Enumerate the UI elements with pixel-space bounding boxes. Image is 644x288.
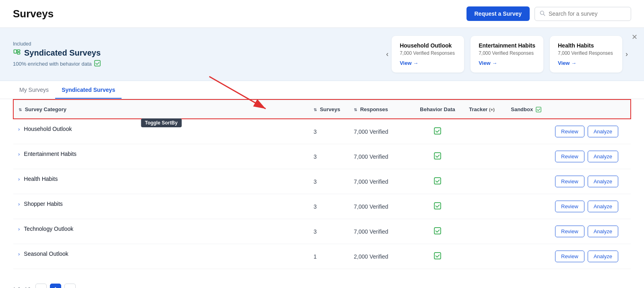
col-tracker: Tracker (+)	[462, 99, 502, 119]
sort-icon-category: ⇅	[19, 108, 22, 112]
row-responses-3: 7,000 Verified	[349, 194, 413, 219]
expand-icon-0[interactable]: ›	[18, 126, 20, 132]
banner-card-view-2[interactable]: View →	[558, 60, 614, 66]
table-row: › Seasonal Outlook 1 2,000 Verified Revi…	[13, 244, 631, 269]
row-name-2: Health Habits	[24, 176, 58, 182]
review-button-5[interactable]: Review	[555, 251, 584, 262]
banner-card-view-1[interactable]: View →	[479, 60, 535, 66]
banner-card-title-2: Health Habits	[558, 42, 614, 49]
banner-left: Included Syndicated Surveys 100% enriche…	[13, 41, 142, 68]
banner-card-responses-2: 7,000 Verified Responses	[558, 50, 614, 56]
row-actions-1: Review Analyze	[550, 144, 631, 169]
sort-tooltip: Toggle SortBy	[141, 118, 182, 127]
row-responses-1: 7,000 Verified	[349, 144, 413, 169]
banner-close-button[interactable]: ✕	[632, 33, 638, 41]
row-sandbox-2	[502, 169, 550, 194]
row-tracker-3	[462, 194, 502, 219]
analyze-button-4[interactable]: Analyze	[588, 226, 618, 237]
review-button-0[interactable]: Review	[555, 126, 584, 137]
banner-included-label: Included	[13, 41, 142, 47]
tabs-row: My Surveys Syndicated Surveys	[0, 81, 644, 99]
expand-icon-1[interactable]: ›	[18, 151, 20, 157]
col-sandbox: Sandbox	[502, 99, 550, 119]
tracker-wave-icon: (+)	[489, 107, 495, 112]
row-sandbox-1	[502, 144, 550, 169]
pagination-prev-button[interactable]: ‹	[35, 284, 47, 288]
expand-icon-3[interactable]: ›	[18, 201, 20, 207]
banner-card-view-0[interactable]: View →	[400, 60, 456, 66]
review-button-1[interactable]: Review	[555, 151, 584, 162]
col-behavior-data: Behavior Data	[413, 99, 462, 119]
row-tracker-4	[462, 219, 502, 244]
row-tracker-5	[462, 244, 502, 269]
table-area: ⇅ Survey Category Toggle SortBy ⇅ Survey…	[0, 99, 644, 277]
row-expand-4[interactable]: › Technology Outlook	[13, 219, 309, 238]
search-input[interactable]	[549, 10, 626, 17]
request-survey-button[interactable]: Request a Survey	[466, 6, 530, 21]
sandbox-check-icon	[535, 106, 541, 112]
analyze-button-0[interactable]: Analyze	[588, 126, 618, 137]
banner-card-0: Household Outlook 7,000 Verified Respons…	[392, 36, 464, 73]
pagination-page-1[interactable]: 1	[50, 284, 61, 288]
analyze-button-2[interactable]: Analyze	[588, 176, 618, 187]
tab-my-surveys[interactable]: My Surveys	[13, 81, 55, 99]
row-name-0: Household Outlook	[24, 126, 72, 132]
row-actions-2: Review Analyze	[550, 169, 631, 194]
row-tracker-2	[462, 169, 502, 194]
header-actions: Request a Survey	[466, 6, 632, 21]
expand-icon-4[interactable]: ›	[18, 226, 20, 232]
row-name-1: Entertainment Habits	[24, 151, 76, 157]
table-row: › Technology Outlook 3 7,000 Verified Re…	[13, 219, 631, 244]
row-responses-4: 7,000 Verified	[349, 219, 413, 244]
row-expand-1[interactable]: › Entertainment Habits	[13, 144, 309, 164]
search-icon	[540, 10, 545, 17]
pagination-info: 1-6 of 6	[13, 286, 31, 288]
banner-card-responses-0: 7,000 Verified Responses	[400, 50, 456, 56]
svg-rect-8	[434, 153, 441, 159]
analyze-button-3[interactable]: Analyze	[588, 201, 618, 212]
banner-subtitle: 100% enriched with behavior data	[13, 60, 142, 68]
svg-line-1	[543, 14, 545, 16]
banner-prev-button[interactable]: ‹	[383, 47, 392, 62]
row-name-5: Seasonal Outlook	[24, 251, 68, 257]
sort-icon-responses: ⇅	[354, 108, 357, 112]
row-actions-4: Review Analyze	[550, 219, 631, 244]
review-button-2[interactable]: Review	[555, 176, 584, 187]
tab-syndicated-surveys[interactable]: Syndicated Surveys	[55, 81, 122, 99]
analyze-button-5[interactable]: Analyze	[588, 251, 618, 262]
review-button-4[interactable]: Review	[555, 226, 584, 237]
row-sandbox-4	[502, 219, 550, 244]
svg-rect-12	[434, 253, 441, 259]
syndicated-banner: Included Syndicated Surveys 100% enriche…	[0, 28, 644, 81]
row-tracker-0	[462, 119, 502, 144]
syndicated-surveys-icon	[13, 49, 21, 57]
row-tracker-1	[462, 144, 502, 169]
page-title: Surveys	[13, 8, 54, 20]
row-behavior-2	[413, 169, 462, 194]
banner-next-button[interactable]: ›	[622, 47, 631, 62]
row-expand-2[interactable]: › Health Habits	[13, 169, 309, 189]
table-row: › Health Habits 3 7,000 Verified Review …	[13, 169, 631, 194]
row-responses-0: 7,000 Verified	[349, 119, 413, 144]
pagination: 1-6 of 6 ‹ 1 ›	[0, 277, 644, 288]
pagination-next-button[interactable]: ›	[64, 284, 76, 288]
row-actions-5: Review Analyze	[550, 244, 631, 269]
col-responses[interactable]: ⇅ Responses	[349, 99, 413, 119]
row-name-3: Shopper Habits	[24, 201, 63, 207]
svg-rect-11	[434, 228, 441, 234]
row-responses-5: 2,000 Verified	[349, 244, 413, 269]
row-sandbox-0	[502, 119, 550, 144]
banner-cards: Household Outlook 7,000 Verified Respons…	[392, 36, 622, 73]
row-expand-3[interactable]: › Shopper Habits	[13, 194, 309, 213]
review-button-3[interactable]: Review	[555, 201, 584, 212]
svg-rect-4	[17, 52, 20, 54]
expand-icon-5[interactable]: ›	[18, 251, 20, 257]
col-survey-category[interactable]: ⇅ Survey Category Toggle SortBy	[13, 99, 309, 119]
expand-icon-2[interactable]: ›	[18, 176, 20, 182]
row-actions-3: Review Analyze	[550, 194, 631, 219]
analyze-button-1[interactable]: Analyze	[588, 151, 618, 162]
row-sandbox-3	[502, 194, 550, 219]
col-surveys[interactable]: ⇅ Surveys	[309, 99, 349, 119]
surveys-table: ⇅ Survey Category Toggle SortBy ⇅ Survey…	[13, 99, 631, 269]
row-expand-5[interactable]: › Seasonal Outlook	[13, 244, 309, 263]
